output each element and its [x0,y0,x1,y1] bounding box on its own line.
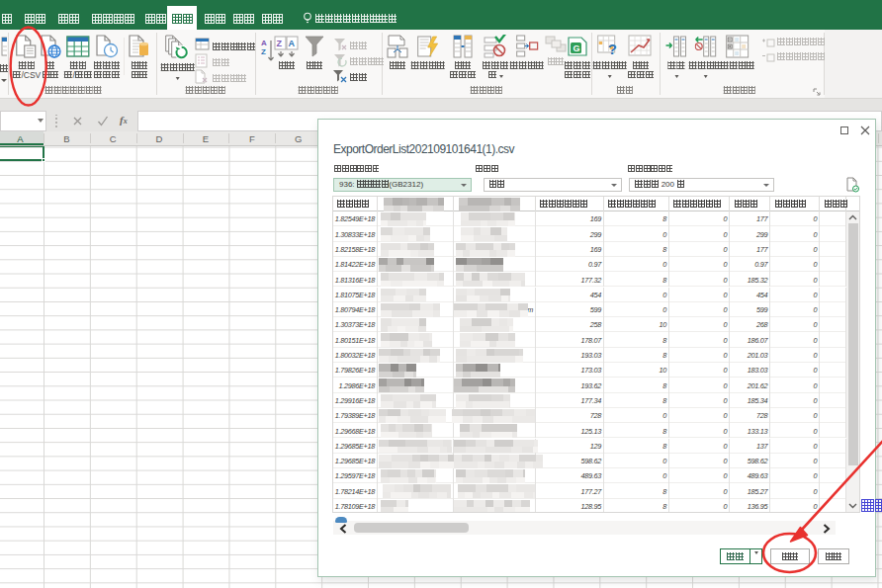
svg-text:A: A [261,39,267,47]
svg-text:Z: Z [277,39,283,48]
svg-text:G: G [573,43,580,53]
svg-text:?: ? [608,41,617,57]
svg-text:A: A [289,39,296,48]
svg-text:Z: Z [261,47,266,56]
